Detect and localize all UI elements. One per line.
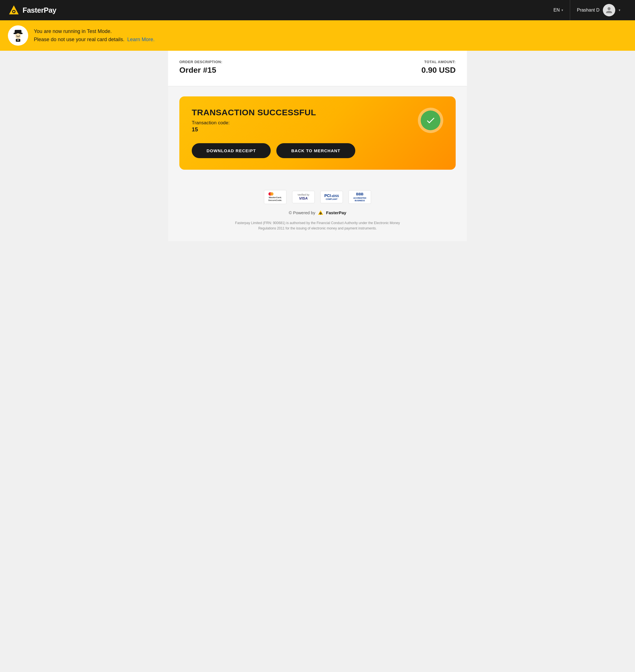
svg-point-7	[19, 36, 20, 36]
footer: MasterCard. SecureCode. Verified by VISA…	[168, 183, 467, 241]
logo-text: FasterPay	[23, 6, 57, 15]
bbb-label: BBB	[356, 192, 364, 196]
success-section: TRANSACTION SUCCESSFUL Transaction code:…	[168, 86, 467, 183]
language-selector[interactable]: EN ▾	[547, 0, 570, 20]
footer-legal: Fasterpay Limited (FRN: 900681) is autho…	[233, 220, 402, 231]
success-check-circle	[418, 108, 443, 133]
fasterpay-footer-icon	[318, 210, 324, 216]
header-controls: EN ▾ Prashant D ▾	[547, 0, 627, 20]
order-section: ORDER DESCRIPTION: Order #15 TOTAL AMOUN…	[168, 51, 467, 86]
order-amount: TOTAL AMOUNT: 0.90 USD	[421, 60, 456, 75]
test-banner-line2: Please do not use your real card details…	[34, 36, 155, 44]
checkmark-circle	[421, 111, 440, 130]
order-amount-value: 0.90 USD	[421, 66, 456, 75]
pci-label: PCI	[324, 193, 331, 198]
order-description: ORDER DESCRIPTION: Order #15	[179, 60, 222, 75]
spy-avatar-icon	[10, 28, 26, 43]
edss-label: eDSS	[332, 195, 339, 198]
order-description-value: Order #15	[179, 66, 222, 75]
svg-point-14	[320, 213, 321, 214]
download-receipt-button[interactable]: DOWNLOAD RECEIPT	[192, 143, 271, 158]
mastercard-badge: MasterCard. SecureCode.	[264, 190, 286, 204]
success-info: TRANSACTION SUCCESSFUL Transaction code:…	[192, 108, 316, 133]
back-to-merchant-button[interactable]: BACK TO MERCHANT	[276, 143, 355, 158]
user-menu[interactable]: Prashant D ▾	[570, 0, 627, 20]
order-amount-label: TOTAL AMOUNT:	[421, 60, 456, 64]
test-banner-line1: You are now running in Test Mode.	[34, 27, 155, 36]
chevron-down-icon: ▾	[562, 8, 563, 12]
svg-point-5	[15, 33, 21, 39]
checkmark-icon	[425, 115, 436, 126]
bbb-badge: BBB ACCREDITED BUSINESS	[349, 190, 371, 204]
transaction-code-label: Transaction code:	[192, 120, 316, 126]
success-buttons: DOWNLOAD RECEIPT BACK TO MERCHANT	[192, 143, 443, 158]
footer-brand: FasterPay	[326, 210, 346, 215]
test-mode-banner: You are now running in Test Mode. Please…	[0, 20, 635, 51]
visa-badge: Verified by VISA	[292, 191, 315, 203]
compliant-label: COMPLIANT	[326, 198, 337, 200]
logo: FasterPay	[8, 4, 57, 16]
learn-more-link[interactable]: Learn More.	[127, 37, 155, 42]
pci-badge: PCI eDSS COMPLIANT	[320, 191, 343, 203]
fasterpay-logo-icon	[8, 4, 20, 16]
success-title: TRANSACTION SUCCESSFUL	[192, 108, 316, 117]
visa-label: VISA	[298, 196, 309, 200]
test-banner-text: You are now running in Test Mode. Please…	[34, 27, 155, 44]
user-icon	[606, 6, 613, 14]
svg-point-6	[17, 36, 18, 36]
avatar	[603, 4, 615, 16]
main-container: ORDER DESCRIPTION: Order #15 TOTAL AMOUN…	[168, 51, 467, 241]
language-label: EN	[553, 7, 560, 13]
test-mode-avatar	[8, 25, 28, 46]
business-label: BUSINESS	[355, 200, 365, 202]
svg-point-2	[13, 11, 15, 13]
trust-badges: MasterCard. SecureCode. Verified by VISA…	[179, 190, 456, 204]
accredited-label: ACCREDITED	[353, 197, 366, 199]
mastercard-label: MasterCard. SecureCode.	[268, 196, 282, 202]
success-top: TRANSACTION SUCCESSFUL Transaction code:…	[192, 108, 443, 133]
success-card: TRANSACTION SUCCESSFUL Transaction code:…	[179, 96, 456, 170]
powered-by: © Powered by FasterPay	[179, 210, 456, 216]
user-chevron-down-icon: ▾	[619, 8, 620, 12]
mastercard-icon	[268, 192, 273, 196]
order-description-label: ORDER DESCRIPTION:	[179, 60, 222, 64]
svg-rect-4	[15, 30, 21, 33]
verified-by-label: Verified by	[298, 193, 309, 196]
svg-point-11	[270, 192, 273, 196]
header: FasterPay EN ▾ Prashant D ▾	[0, 0, 635, 20]
user-name: Prashant D	[577, 7, 599, 13]
transaction-code-value: 15	[192, 126, 316, 133]
